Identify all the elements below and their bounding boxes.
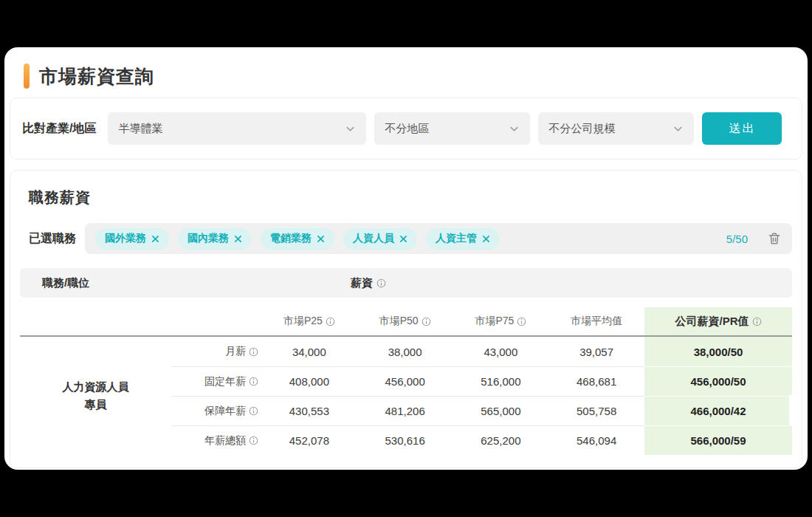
chevron-down-icon [509, 123, 520, 134]
job-tag-label: 國外業務 [105, 232, 146, 245]
company-value-cell: 566,000/59 [644, 425, 792, 455]
table-header-bar: 職務/職位 薪資 [20, 268, 792, 298]
info-icon[interactable] [376, 278, 386, 288]
salary-table: 市場P25 市場P50 市場P75 市場平均值 公司薪資/PR值 人力資源人員 [20, 307, 792, 455]
table-cell: 34,000 [261, 337, 357, 366]
section-title: 職務薪資 [29, 188, 792, 208]
info-icon[interactable] [752, 317, 762, 326]
table-cell: 565,000 [453, 396, 549, 425]
job-tag[interactable]: 電銷業務 [261, 228, 334, 250]
selected-jobs-label: 已選職務 [20, 231, 85, 247]
column-header-company: 公司薪資/PR值 [644, 307, 792, 337]
company-value-cell: 466,000/42 [644, 396, 792, 425]
company-value-cell: 38,000/50 [644, 337, 792, 366]
table-cell: 505,758 [548, 396, 644, 425]
table-cell: 625,200 [453, 425, 549, 455]
region-dropdown-value: 不分地區 [385, 122, 429, 136]
close-icon[interactable] [482, 235, 490, 243]
table-cell: 38,000 [357, 337, 453, 366]
page-header: 市場薪資查詢 [4, 47, 808, 90]
table-cell: 481,206 [357, 396, 453, 425]
industry-dropdown-value: 半導體業 [118, 122, 162, 136]
row-label-monthly: 月薪 [171, 337, 261, 366]
chevron-down-icon [345, 123, 356, 134]
selected-jobs-row: 已選職務 國外業務 國內業務 電銷業務 人資人員 [20, 223, 792, 254]
table-cell: 516,000 [453, 366, 549, 396]
info-icon[interactable] [249, 436, 258, 445]
job-name: 人力資源人員 專員 [20, 337, 171, 455]
job-tag[interactable]: 人資人員 [343, 228, 417, 250]
company-value-cell: 456,000/50 [644, 366, 792, 396]
column-header-job: 職務/職位 [20, 276, 89, 290]
scrollbar-thumb[interactable] [789, 394, 795, 425]
info-icon[interactable] [517, 317, 526, 326]
region-dropdown[interactable]: 不分地區 [374, 112, 530, 145]
close-icon[interactable] [234, 235, 242, 243]
info-icon[interactable] [249, 347, 258, 357]
table-cell: 39,057 [548, 337, 644, 366]
close-icon[interactable] [399, 235, 407, 243]
column-header-salary: 薪資 [351, 276, 386, 290]
app-window: 市場薪資查詢 比對產業/地區 半導體業 不分地區 不分公司規模 送出 職務薪資 [4, 47, 808, 470]
page-title: 市場薪資查詢 [39, 64, 154, 89]
table-cell: 456,000 [357, 366, 453, 396]
table-cell: 43,000 [453, 337, 549, 366]
selected-count: 5/50 [726, 233, 748, 245]
column-header-p50: 市場P50 [357, 307, 453, 337]
table-cell: 430,553 [261, 396, 357, 425]
column-header-average: 市場平均值 [548, 307, 644, 337]
column-header-p25: 市場P25 [261, 307, 357, 337]
column-header-salary-label: 薪資 [351, 276, 373, 290]
info-icon[interactable] [422, 317, 431, 326]
close-icon[interactable] [317, 235, 325, 243]
info-icon[interactable] [326, 317, 335, 326]
table-cell: 468,681 [548, 366, 644, 396]
table-cell: 546,094 [548, 425, 644, 455]
selected-jobs-container: 國外業務 國內業務 電銷業務 人資人員 人資主管 [85, 223, 792, 254]
job-salary-card: 職務薪資 已選職務 國外業務 國內業務 電銷業務 人資人員 [10, 170, 802, 468]
row-label-guaranteed-annual: 保障年薪 [171, 396, 261, 425]
industry-dropdown[interactable]: 半導體業 [108, 112, 366, 145]
company-size-dropdown-value: 不分公司規模 [548, 122, 615, 136]
job-tag-label: 國內業務 [187, 232, 229, 245]
info-icon[interactable] [249, 406, 258, 416]
submit-button[interactable]: 送出 [702, 112, 782, 145]
job-tag[interactable]: 人資主管 [426, 228, 500, 250]
row-label-fixed-annual: 固定年薪 [171, 366, 261, 396]
clear-all-button[interactable] [767, 231, 782, 246]
filter-card: 比對產業/地區 半導體業 不分地區 不分公司規模 送出 [10, 97, 802, 160]
row-label-total-annual: 年薪總額 [171, 425, 261, 455]
job-tag[interactable]: 國內業務 [178, 228, 252, 250]
chevron-down-icon [672, 123, 684, 134]
job-tag-label: 人資主管 [436, 232, 477, 245]
close-icon[interactable] [151, 235, 159, 243]
job-tag-label: 人資人員 [353, 232, 394, 245]
table-cell: 530,616 [357, 425, 453, 455]
job-tag[interactable]: 國外業務 [95, 228, 169, 250]
table-cell: 452,078 [261, 425, 357, 455]
subheader-spacer [20, 307, 261, 337]
filter-label: 比對產業/地區 [22, 121, 96, 137]
info-icon[interactable] [249, 377, 258, 386]
trash-icon [767, 231, 782, 246]
column-header-p75: 市場P75 [453, 307, 549, 337]
title-accent-bar [24, 64, 30, 89]
company-size-dropdown[interactable]: 不分公司規模 [538, 112, 694, 145]
table-cell: 408,000 [261, 366, 357, 396]
job-tag-label: 電銷業務 [270, 232, 312, 245]
